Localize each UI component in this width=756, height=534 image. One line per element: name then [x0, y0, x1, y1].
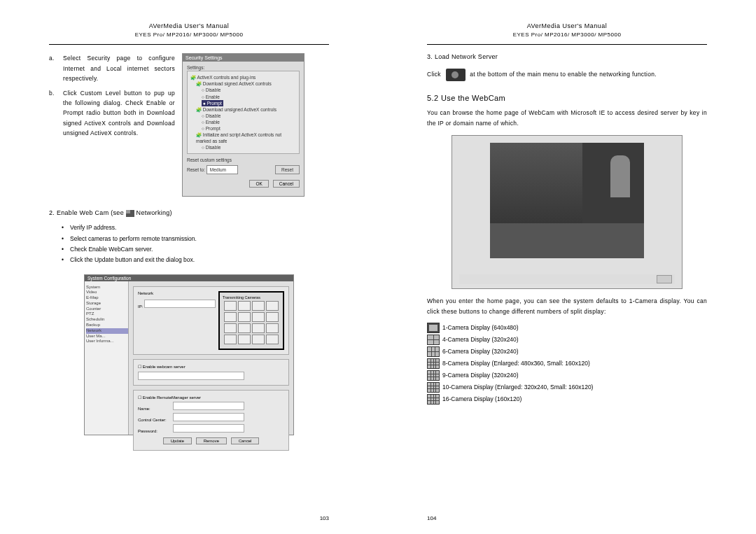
manual-page-104: AVerMedia User's Manual EYES Pro/ MP2016… — [378, 0, 756, 534]
display-9: 9-Camera Display (320x240) — [442, 372, 519, 379]
page-number-103: 103 — [320, 515, 329, 521]
camera-grid: Transmitting Cameras — [218, 291, 284, 350]
webcam-toolbar-button[interactable] — [657, 275, 672, 283]
remote-manager-group: ☐ Enable RemoteManager server Name: Cont… — [133, 390, 289, 451]
reset-level-select[interactable]: Medium — [206, 165, 238, 174]
display-mode-list: 1-Camera Display (640x480) 4-Camera Disp… — [427, 322, 707, 405]
grid-10-icon — [427, 382, 440, 393]
page-header: AVerMedia User's Manual EYES Pro/ MP2016… — [49, 21, 329, 45]
section-5-2-heading: 5.2 Use the WebCam — [427, 94, 707, 102]
enable-radio[interactable]: Enable — [202, 94, 296, 100]
settings-label: Settings: — [187, 64, 300, 71]
grid-9-icon — [427, 370, 440, 381]
disable-radio-3[interactable]: Disable — [202, 144, 296, 150]
manual-page-103: AVerMedia User's Manual EYES Pro/ MP2016… — [0, 0, 378, 534]
update-button[interactable]: Update — [163, 437, 192, 444]
item-b-label: b. — [49, 88, 63, 139]
networking-icon — [126, 210, 134, 217]
item-a-text: Select Security page to configure Intern… — [63, 53, 175, 83]
header-line-1-r: AVerMedia User's Manual — [427, 21, 707, 31]
bullet-2: Select cameras to perform remote transmi… — [70, 234, 329, 244]
step-3-heading: 3. Load Network Server — [427, 53, 707, 60]
header-line-2: EYES Pro/ MP2016/ MP3000/ MP5000 — [49, 31, 329, 40]
reset-button[interactable]: Reset — [275, 165, 300, 174]
pw-field[interactable] — [173, 424, 244, 433]
step-3-text: Click at the bottom of the main menu to … — [427, 69, 707, 81]
network-server-icon — [446, 69, 465, 81]
top-section: a. Select Security page to configure Int… — [49, 53, 329, 197]
item-a: a. Select Security page to configure Int… — [49, 53, 175, 83]
item-b-text: Click Custom Level button to pup up the … — [63, 88, 175, 139]
display-10: 10-Camera Display (Enlarged: 320x240, Sm… — [442, 384, 593, 391]
bullet-3: Check Enable WebCam server. — [70, 244, 329, 255]
section-5-2-text: You can browse the home page of WebCam w… — [427, 108, 707, 128]
enable-radio-2[interactable]: Enable — [202, 119, 296, 125]
step-2-heading: 2. Enable Web Cam (see Networking) — [49, 209, 329, 217]
dialog-button-row: OK Cancel — [183, 178, 304, 190]
item-a-label: a. — [49, 53, 63, 83]
sysconf-main: Network Transmitting Cameras IP: ☐ Enabl… — [129, 275, 293, 435]
webcam-browser-screenshot — [451, 135, 682, 289]
cancel-button-2[interactable]: Cancel — [231, 437, 260, 444]
reset-custom-settings: Reset custom settings — [187, 157, 300, 163]
instruction-list: a. Select Security page to configure Int… — [49, 53, 175, 197]
system-config-screenshot: System Configuration System Video E-Map … — [84, 274, 294, 435]
header-line-2-r: EYES Pro/ MP2016/ MP3000/ MP5000 — [427, 31, 707, 40]
group1b-title: Download unsigned ActiveX controls — [203, 107, 276, 112]
webcam-video-frame — [490, 143, 644, 258]
dialog-body: Settings: 🧩 ActiveX controls and plug-in… — [183, 62, 304, 178]
grid-8-icon — [427, 358, 440, 369]
grid-16-icon — [427, 394, 440, 405]
name-field[interactable] — [173, 402, 244, 410]
disable-radio[interactable]: Disable — [202, 87, 296, 93]
prompt-radio-2[interactable]: Prompt — [202, 125, 296, 132]
display-1: 1-Camera Display (640x480) — [442, 324, 519, 331]
grid-4-icon — [427, 335, 440, 345]
activex-group: 🧩 ActiveX controls and plug-ins 🧩 Downlo… — [187, 71, 300, 154]
bullet-1: Verify IP address. — [70, 223, 329, 233]
remove-button[interactable]: Remove — [196, 437, 227, 444]
step-2-bullets: Verify IP address. Select cameras to per… — [49, 223, 329, 265]
dialog-title: Security Settings — [183, 54, 304, 62]
webcam-toolbar — [459, 274, 675, 284]
header-line-1: AVerMedia User's Manual — [49, 21, 329, 31]
grid-6-icon — [427, 346, 440, 357]
display-8: 8-Camera Display (Enlarged: 480x360, Sma… — [442, 360, 590, 367]
network-label: Network — [138, 291, 153, 295]
page-number-104: 104 — [427, 515, 436, 521]
cancel-button[interactable]: Cancel — [273, 180, 300, 188]
security-settings-dialog-screenshot: Security Settings Settings: 🧩 ActiveX co… — [182, 53, 304, 197]
reset-to-label: Reset to: — [187, 167, 205, 172]
item-b: b. Click Custom Level button to pup up t… — [49, 88, 175, 139]
display-16: 16-Camera Display (160x120) — [442, 395, 522, 402]
group1-title: ActiveX controls and plug-ins — [197, 75, 255, 80]
bullet-4: Click the Update button and exit the dia… — [70, 255, 329, 265]
display-6: 6-Camera Display (320x240) — [442, 348, 519, 355]
prompt-radio-selected[interactable]: Prompt — [202, 100, 223, 106]
disable-radio-2[interactable]: Disable — [202, 113, 296, 119]
group1a-title: Download signed ActiveX controls — [203, 81, 272, 86]
page-header-right: AVerMedia User's Manual EYES Pro/ MP2016… — [427, 21, 707, 45]
cc-field[interactable] — [173, 413, 244, 421]
webcam-server-group: ☐ Enable webcam server — [133, 359, 289, 386]
group1c-title: Initialize and script ActiveX controls n… — [196, 132, 281, 143]
sysconf-tree: System Video E-Map Storage Counter PTZ S… — [85, 275, 129, 435]
ok-button[interactable]: OK — [249, 180, 268, 188]
ws-field[interactable] — [138, 372, 244, 380]
ip-field[interactable] — [144, 300, 216, 308]
display-4: 4-Camera Display (320x240) — [442, 336, 519, 343]
after-image-text: When you enter the home page, you can se… — [427, 296, 707, 316]
grid-1-icon — [427, 323, 440, 333]
